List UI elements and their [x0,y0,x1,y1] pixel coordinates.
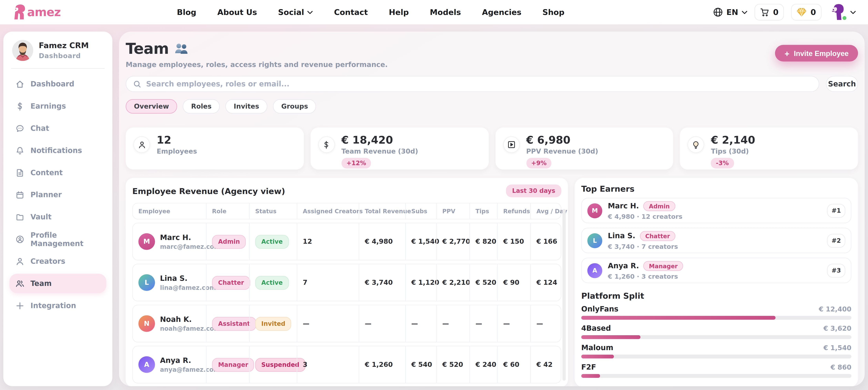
plus-icon [16,301,24,310]
stats-row: 12 Employees € 18,420 Team Revenue (30d)… [126,128,858,169]
user-icon [16,257,24,266]
table-row[interactable]: AAnya R.anya@famez.com Manager Suspended… [132,346,561,384]
search-icon [133,80,141,88]
sidebar-item-content[interactable]: Content [9,163,106,183]
tab-groups[interactable]: Groups [273,99,316,113]
nav-agencies[interactable]: Agencies [482,8,521,17]
globe-icon [713,7,723,17]
top-earner-item[interactable]: L Lina S.Chatter € 3,740 · 7 creators #2 [581,228,851,253]
team-page: Team Manage [119,32,865,386]
nav-shop[interactable]: Shop [542,8,564,17]
cart-button[interactable]: 0 [754,4,784,21]
famez-logo-text: amez [27,5,61,19]
nav-about-us[interactable]: About Us [217,8,257,17]
stat-trend-badge: -3% [711,158,734,168]
top-earner-item[interactable]: M Marc H.Admin € 4,980 · 12 creators #1 [581,198,851,223]
nav-help[interactable]: Help [389,8,409,17]
workspace-subtitle: Dashboard [39,52,89,60]
status-badge: Active [255,276,289,290]
chat-icon [16,124,24,133]
sidebar-item-vault[interactable]: Vault [9,207,106,227]
workspace-name: Famez CRM [39,41,89,50]
platform-value: € 12,400 [819,305,851,313]
platform-split-row: F2F€ 860 [581,363,851,378]
sidebar-item-integration[interactable]: Integration [9,296,106,315]
sidebar-item-notifications[interactable]: Notifications [9,141,106,160]
role-badge: Chatter [212,276,250,290]
tab-overview[interactable]: Overview [126,99,177,113]
dollar-icon [16,102,24,111]
progress-track [581,374,851,378]
search-button[interactable]: Search [826,76,858,92]
sidebar-item-planner[interactable]: Planner [9,185,106,204]
table-row[interactable]: NNoah K.noah@famez.com Assistant Invited… [132,305,561,342]
topnav-controls: EN 0 0 [713,3,856,21]
earner-role-badge: Admin [643,201,675,211]
famez-logo[interactable]: amez [12,4,61,21]
stat-trend-badge: +12% [341,158,371,168]
avatar: L [138,274,155,291]
stat-value: € 18,420 [341,134,418,146]
avatar: M [138,233,155,250]
platform-value: € 3,620 [824,325,851,332]
platform-split-title: Platform Split [581,291,851,300]
earner-summary: € 3,740 · 7 creators [608,242,678,250]
role-badge: Manager [212,358,254,371]
chevron-down-icon [741,10,747,14]
stat-card-tips: € 2,140 Tips (30d) -3% [680,128,858,169]
progress-track [581,335,851,339]
earner-name: Anya R. [608,261,639,270]
language-switcher[interactable]: EN [713,7,747,17]
status-badge: Active [255,235,289,249]
stat-card-ppv-revenue: € 6,980 PPV Revenue (30d) +9% [495,128,673,169]
earner-summary: € 4,980 · 12 creators [608,213,682,220]
sidebar-item-creators[interactable]: Creators [9,252,106,271]
play-video-icon [503,136,520,153]
avatar: M [587,203,602,218]
avatar: A [138,356,155,373]
chevron-down-icon [307,10,313,14]
tab-invites[interactable]: Invites [225,99,268,113]
table-row[interactable]: LLina S.lina@famez.com Chatter Active 7 … [132,264,561,301]
earner-name: Marc H. [608,202,639,210]
nav-models[interactable]: Models [430,8,461,17]
top-earner-item[interactable]: A Anya R.Manager € 1,260 · 3 creators #3 [581,258,851,283]
workspace-avatar [12,40,33,61]
lightbulb-icon [688,136,704,153]
gems-button[interactable]: 0 [791,4,822,21]
search-field[interactable] [126,76,819,92]
sidebar-item-earnings[interactable]: Earnings [9,96,106,116]
sidebar-item-team[interactable]: Team [9,274,106,293]
employee-revenue-table: Employee Role Status Assigned Creators T… [132,203,561,384]
table-scrollbar[interactable] [562,209,566,381]
language-code: EN [726,8,738,17]
famez-crm-app: amez Blog About Us Social Contact Help M… [0,0,868,390]
nav-contact[interactable]: Contact [334,8,368,17]
user-circle-icon [16,235,24,244]
sidebar-item-profile-management[interactable]: Profile Management [9,229,106,249]
sidebar-item-chat[interactable]: Chat [9,119,106,138]
sidebar-item-dashboard[interactable]: Dashboard [9,74,106,94]
table-header-row: Employee Role Status Assigned Creators T… [132,203,561,220]
avatar: L [587,233,602,248]
period-filter-badge[interactable]: Last 30 days [506,185,561,197]
invite-employee-button[interactable]: + Invite Employee [775,45,858,62]
search-input[interactable] [146,80,811,88]
page-title: Team [126,40,388,57]
dollar-icon [318,136,335,153]
table-row[interactable]: MMarc H.marc@famez.com Admin Active 12 €… [132,223,561,260]
stat-card-team-revenue: € 18,420 Team Revenue (30d) +12% [310,128,489,169]
gems-count: 0 [810,8,816,17]
cart-icon [760,7,769,17]
tab-roles[interactable]: Roles [183,99,220,113]
progress-track [581,316,851,320]
avatar: A [587,263,602,278]
stat-value: € 2,140 [711,134,755,146]
platform-label: OnlyFans [581,305,618,313]
employee-revenue-title: Employee Revenue (Agency view) [132,186,285,195]
stat-value: 12 [157,134,197,146]
account-menu[interactable] [829,3,856,21]
earner-summary: € 1,260 · 3 creators [608,272,683,280]
nav-blog[interactable]: Blog [177,8,196,17]
nav-social[interactable]: Social [278,8,313,17]
